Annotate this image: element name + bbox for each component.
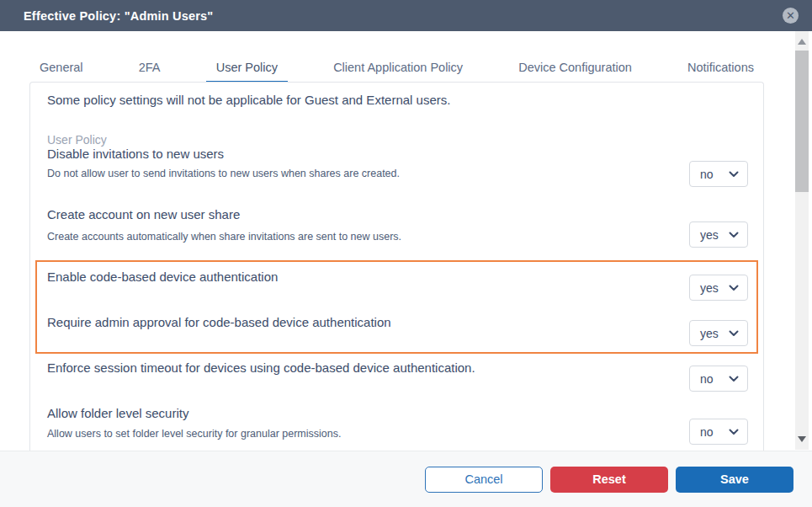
tab-bar: General 2FA User Policy Client Applicati…	[29, 59, 764, 82]
cancel-button[interactable]: Cancel	[425, 467, 543, 493]
chevron-down-icon	[729, 232, 739, 238]
modal-footer: Cancel Reset Save	[0, 451, 812, 507]
select-value: no	[700, 425, 714, 439]
save-button[interactable]: Save	[676, 467, 793, 493]
setting-select-create-account[interactable]: yes	[689, 221, 748, 248]
modal-title: Effective Policy: "Admin Users"	[24, 9, 213, 23]
chevron-down-icon	[729, 429, 739, 435]
modal-header: Effective Policy: "Admin Users" ✕	[0, 0, 812, 31]
tab-notifications[interactable]: Notifications	[677, 59, 764, 81]
setting-title-disable-invitations: Disable invitations to new users	[47, 147, 224, 161]
setting-select-disable-invitations[interactable]: no	[689, 161, 748, 187]
setting-title-enable-code-auth: Enable code-based device authentication	[47, 270, 278, 284]
setting-desc-create-account: Create accounts automatically when share…	[47, 231, 401, 243]
chevron-down-icon	[729, 376, 739, 382]
chevron-down-icon	[729, 285, 739, 291]
chevron-down-icon	[729, 171, 739, 178]
setting-desc-disable-invitations: Do not allow user to send invitations to…	[47, 168, 400, 179]
select-value: no	[700, 168, 714, 181]
tab-client-application-policy[interactable]: Client Application Policy	[323, 59, 473, 81]
tab-general[interactable]: General	[29, 59, 93, 81]
setting-desc-folder-level-security: Allow users to set folder level security…	[47, 428, 341, 440]
select-value: yes	[700, 327, 719, 340]
setting-title-require-admin-approval: Require admin approval for code-based de…	[47, 315, 391, 329]
setting-select-enforce-session-timeout[interactable]: no	[689, 366, 748, 392]
tab-2fa[interactable]: 2FA	[129, 59, 171, 81]
reset-button[interactable]: Reset	[550, 467, 668, 493]
select-value: no	[700, 372, 714, 386]
policy-note: Some policy settings will not be applica…	[47, 91, 450, 109]
setting-title-create-account: Create account on new user share	[47, 207, 240, 221]
close-icon[interactable]: ✕	[783, 8, 799, 24]
select-value: yes	[700, 228, 719, 242]
select-value: yes	[700, 281, 719, 295]
tab-device-configuration[interactable]: Device Configuration	[508, 59, 642, 81]
setting-select-enable-code-auth[interactable]: yes	[689, 275, 748, 301]
tab-user-policy[interactable]: User Policy	[206, 59, 288, 83]
setting-title-enforce-session-timeout: Enforce session timeout for devices usin…	[47, 360, 475, 375]
vertical-scrollbar[interactable]	[795, 31, 809, 450]
setting-title-folder-level-security: Allow folder level security	[47, 406, 188, 420]
scrollbar-thumb[interactable]	[795, 51, 809, 192]
setting-select-folder-level-security[interactable]: no	[689, 419, 748, 445]
scroll-down-icon[interactable]	[798, 436, 806, 442]
setting-select-require-admin-approval[interactable]: yes	[689, 320, 748, 346]
scroll-up-icon[interactable]	[798, 39, 806, 45]
settings-panel: Some policy settings will not be applica…	[29, 82, 764, 451]
section-label: User Policy	[47, 133, 107, 147]
chevron-down-icon	[729, 330, 739, 337]
